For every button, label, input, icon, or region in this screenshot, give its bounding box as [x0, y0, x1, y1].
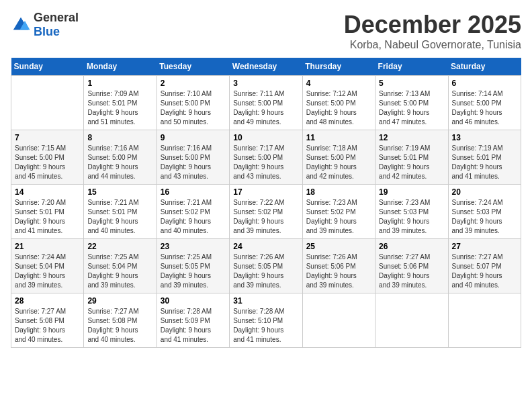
- calendar-cell: 13Sunrise: 7:19 AM Sunset: 5:01 PM Dayli…: [448, 130, 521, 185]
- day-number: 20: [452, 187, 517, 197]
- calendar-cell: 15Sunrise: 7:21 AM Sunset: 5:01 PM Dayli…: [84, 185, 157, 239]
- day-info: Sunrise: 7:28 AM Sunset: 5:10 PM Dayligh…: [233, 307, 298, 345]
- title-section: December 2025 Korba, Nabeul Governorate,…: [344, 11, 521, 51]
- calendar-cell: 29Sunrise: 7:27 AM Sunset: 5:08 PM Dayli…: [84, 293, 157, 348]
- calendar-cell: 18Sunrise: 7:23 AM Sunset: 5:02 PM Dayli…: [302, 185, 375, 239]
- day-info: Sunrise: 7:23 AM Sunset: 5:02 PM Dayligh…: [306, 198, 371, 236]
- day-number: 1: [87, 79, 152, 88]
- day-info: Sunrise: 7:27 AM Sunset: 5:08 PM Dayligh…: [87, 307, 152, 345]
- week-row-2: 7Sunrise: 7:15 AM Sunset: 5:00 PM Daylig…: [11, 130, 521, 185]
- day-number: 12: [379, 133, 444, 142]
- day-number: 16: [161, 187, 226, 197]
- calendar-cell: 30Sunrise: 7:28 AM Sunset: 5:09 PM Dayli…: [157, 293, 229, 348]
- day-info: Sunrise: 7:10 AM Sunset: 5:00 PM Dayligh…: [161, 89, 226, 127]
- day-info: Sunrise: 7:27 AM Sunset: 5:08 PM Dayligh…: [15, 307, 80, 345]
- day-number: 5: [379, 79, 444, 88]
- calendar-cell: 31Sunrise: 7:28 AM Sunset: 5:10 PM Dayli…: [230, 293, 302, 348]
- day-number: 18: [306, 187, 371, 197]
- calendar-cell: 3Sunrise: 7:11 AM Sunset: 5:00 PM Daylig…: [230, 76, 302, 130]
- day-info: Sunrise: 7:16 AM Sunset: 5:00 PM Dayligh…: [161, 144, 226, 181]
- day-number: 29: [87, 296, 152, 306]
- calendar-cell: 12Sunrise: 7:19 AM Sunset: 5:01 PM Dayli…: [375, 130, 448, 185]
- day-number: 6: [452, 79, 517, 88]
- day-number: 7: [15, 133, 80, 142]
- day-info: Sunrise: 7:25 AM Sunset: 5:05 PM Dayligh…: [161, 253, 226, 290]
- calendar-cell: 25Sunrise: 7:26 AM Sunset: 5:06 PM Dayli…: [302, 239, 375, 293]
- day-number: 11: [306, 133, 371, 142]
- week-row-3: 14Sunrise: 7:20 AM Sunset: 5:01 PM Dayli…: [11, 185, 521, 239]
- calendar-header: SundayMondayTuesdayWednesdayThursdayFrid…: [11, 58, 521, 76]
- day-number: 8: [87, 133, 152, 142]
- day-info: Sunrise: 7:17 AM Sunset: 5:00 PM Dayligh…: [233, 144, 298, 181]
- calendar-cell: 8Sunrise: 7:16 AM Sunset: 5:00 PM Daylig…: [84, 130, 157, 185]
- day-info: Sunrise: 7:24 AM Sunset: 5:03 PM Dayligh…: [452, 198, 517, 236]
- day-number: 9: [161, 133, 226, 142]
- calendar-cell: 9Sunrise: 7:16 AM Sunset: 5:00 PM Daylig…: [157, 130, 229, 185]
- calendar-cell: 26Sunrise: 7:27 AM Sunset: 5:06 PM Dayli…: [375, 239, 448, 293]
- header-day-saturday: Saturday: [448, 58, 521, 76]
- day-number: 14: [15, 187, 80, 197]
- calendar-cell: 14Sunrise: 7:20 AM Sunset: 5:01 PM Dayli…: [11, 185, 84, 239]
- header-day-wednesday: Wednesday: [230, 58, 302, 76]
- day-info: Sunrise: 7:14 AM Sunset: 5:00 PM Dayligh…: [452, 89, 517, 127]
- day-number: 27: [452, 242, 517, 251]
- calendar-cell: 6Sunrise: 7:14 AM Sunset: 5:00 PM Daylig…: [448, 76, 521, 130]
- day-number: 21: [15, 242, 80, 251]
- day-number: 24: [233, 242, 298, 251]
- calendar-cell: 23Sunrise: 7:25 AM Sunset: 5:05 PM Dayli…: [157, 239, 229, 293]
- day-info: Sunrise: 7:11 AM Sunset: 5:00 PM Dayligh…: [233, 89, 298, 127]
- page-title: December 2025: [344, 11, 521, 39]
- header-day-sunday: Sunday: [11, 58, 84, 76]
- calendar-cell: 5Sunrise: 7:13 AM Sunset: 5:00 PM Daylig…: [375, 76, 448, 130]
- day-info: Sunrise: 7:27 AM Sunset: 5:07 PM Dayligh…: [452, 253, 517, 290]
- calendar-cell: [448, 293, 521, 348]
- day-info: Sunrise: 7:18 AM Sunset: 5:00 PM Dayligh…: [306, 144, 371, 181]
- calendar-cell: 27Sunrise: 7:27 AM Sunset: 5:07 PM Dayli…: [448, 239, 521, 293]
- calendar-cell: 22Sunrise: 7:25 AM Sunset: 5:04 PM Dayli…: [84, 239, 157, 293]
- day-number: 28: [15, 296, 80, 306]
- logo-general: General: [34, 11, 79, 24]
- day-number: 4: [306, 79, 371, 88]
- day-info: Sunrise: 7:22 AM Sunset: 5:02 PM Dayligh…: [233, 198, 298, 236]
- day-info: Sunrise: 7:20 AM Sunset: 5:01 PM Dayligh…: [15, 198, 80, 236]
- calendar-cell: [11, 76, 84, 130]
- header-day-friday: Friday: [375, 58, 448, 76]
- calendar-cell: 1Sunrise: 7:09 AM Sunset: 5:01 PM Daylig…: [84, 76, 157, 130]
- day-number: 22: [87, 242, 152, 251]
- day-info: Sunrise: 7:25 AM Sunset: 5:04 PM Dayligh…: [87, 253, 152, 290]
- page-subtitle: Korba, Nabeul Governorate, Tunisia: [344, 39, 521, 51]
- day-info: Sunrise: 7:27 AM Sunset: 5:06 PM Dayligh…: [379, 253, 444, 290]
- calendar-cell: 2Sunrise: 7:10 AM Sunset: 5:00 PM Daylig…: [157, 76, 229, 130]
- day-info: Sunrise: 7:09 AM Sunset: 5:01 PM Dayligh…: [87, 89, 152, 127]
- calendar-table: SundayMondayTuesdayWednesdayThursdayFrid…: [11, 58, 521, 348]
- day-number: 3: [233, 79, 298, 88]
- calendar-cell: 10Sunrise: 7:17 AM Sunset: 5:00 PM Dayli…: [230, 130, 302, 185]
- header-day-tuesday: Tuesday: [157, 58, 229, 76]
- day-info: Sunrise: 7:26 AM Sunset: 5:05 PM Dayligh…: [233, 253, 298, 290]
- calendar-cell: 21Sunrise: 7:24 AM Sunset: 5:04 PM Dayli…: [11, 239, 84, 293]
- day-info: Sunrise: 7:13 AM Sunset: 5:00 PM Dayligh…: [379, 89, 444, 127]
- day-number: 10: [233, 133, 298, 142]
- calendar-cell: 16Sunrise: 7:21 AM Sunset: 5:02 PM Dayli…: [157, 185, 229, 239]
- day-number: 23: [161, 242, 226, 251]
- header-day-thursday: Thursday: [302, 58, 375, 76]
- calendar-cell: 28Sunrise: 7:27 AM Sunset: 5:08 PM Dayli…: [11, 293, 84, 348]
- week-row-1: 1Sunrise: 7:09 AM Sunset: 5:01 PM Daylig…: [11, 76, 521, 130]
- day-number: 19: [379, 187, 444, 197]
- calendar-cell: 19Sunrise: 7:23 AM Sunset: 5:03 PM Dayli…: [375, 185, 448, 239]
- day-number: 13: [452, 133, 517, 142]
- day-info: Sunrise: 7:19 AM Sunset: 5:01 PM Dayligh…: [379, 144, 444, 181]
- calendar-cell: 11Sunrise: 7:18 AM Sunset: 5:00 PM Dayli…: [302, 130, 375, 185]
- day-number: 25: [306, 242, 371, 251]
- calendar-cell: [302, 293, 375, 348]
- header-day-monday: Monday: [84, 58, 157, 76]
- day-info: Sunrise: 7:12 AM Sunset: 5:00 PM Dayligh…: [306, 89, 371, 127]
- calendar-cell: 20Sunrise: 7:24 AM Sunset: 5:03 PM Dayli…: [448, 185, 521, 239]
- calendar-cell: [375, 293, 448, 348]
- day-number: 31: [233, 296, 298, 306]
- calendar-cell: 4Sunrise: 7:12 AM Sunset: 5:00 PM Daylig…: [302, 76, 375, 130]
- day-number: 2: [161, 79, 226, 88]
- header: General Blue December 2025 Korba, Nabeul…: [11, 11, 521, 51]
- header-row: SundayMondayTuesdayWednesdayThursdayFrid…: [11, 58, 521, 76]
- day-number: 17: [233, 187, 298, 197]
